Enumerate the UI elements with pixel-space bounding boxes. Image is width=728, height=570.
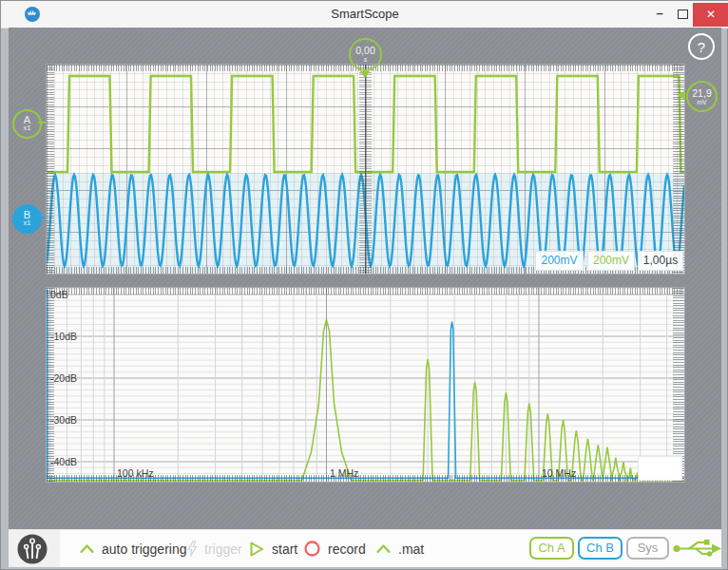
labnation-logo-icon <box>16 533 48 565</box>
trigger-time-unit: s <box>351 56 380 63</box>
fft-top-ruler <box>47 288 684 294</box>
channel-b-menu-button[interactable]: Ch B <box>578 537 623 560</box>
db-tick-30: -30dB <box>50 414 77 426</box>
start-label: start <box>272 542 297 557</box>
fft-blank-label-box <box>638 456 682 481</box>
channel-a-badge[interactable]: A x1 <box>12 109 42 139</box>
record-button[interactable]: record <box>303 530 366 567</box>
minimize-button[interactable]: – <box>649 3 670 26</box>
db-tick-0: 0dB <box>50 289 68 300</box>
channel-a-volts-per-div-label[interactable]: 200mV <box>587 251 635 271</box>
close-button[interactable]: ✕ <box>693 3 728 27</box>
auto-triggering-button[interactable]: auto triggering <box>79 530 187 567</box>
channel-b-badge[interactable]: B x1 <box>12 204 42 234</box>
trigger-time-pointer <box>360 71 370 78</box>
titlebar: SmartScope – ✕ <box>1 1 728 28</box>
fft-right-ruler <box>673 288 684 482</box>
freq-tick-10mhz: 10 MHz <box>542 467 576 479</box>
freq-tick-100khz: 100 kHz <box>117 467 154 479</box>
window-title: SmartScope <box>1 7 728 21</box>
record-label: record <box>328 542 366 557</box>
chevron-up-icon <box>79 543 95 554</box>
maximize-button[interactable] <box>672 3 693 26</box>
trigger-time-value: 0,00 <box>351 46 380 56</box>
channel-b-volts-per-div-label[interactable]: 200mV <box>535 251 584 271</box>
play-icon <box>248 541 265 558</box>
trigger-level-badge[interactable]: 21,9 mV <box>686 81 718 112</box>
channel-a-multiplier: x1 <box>14 124 40 132</box>
fft-left-ruler <box>47 288 54 482</box>
mat-export-button[interactable]: .mat <box>375 530 424 567</box>
trigger-level-unit: mV <box>688 99 716 105</box>
help-button[interactable]: ? <box>688 33 715 60</box>
mat-label: .mat <box>398 542 424 557</box>
system-menu-button[interactable]: Sys <box>626 537 669 560</box>
trigger-level-pointer <box>678 90 685 100</box>
freq-tick-1mhz: 1 MHz <box>330 467 358 479</box>
channel-a-badge-tail <box>38 122 46 124</box>
channel-b-multiplier: x1 <box>14 219 40 227</box>
spectrum-traces <box>47 288 684 482</box>
trigger-button[interactable]: trigger <box>187 530 242 567</box>
maximize-icon <box>678 10 688 19</box>
usb-status-icon[interactable] <box>672 537 723 560</box>
trigger-time-badge[interactable]: 0,00 s <box>349 38 382 71</box>
auto-triggering-label: auto triggering <box>102 542 187 557</box>
channel-a-menu-button[interactable]: Ch A <box>529 537 574 560</box>
oscilloscope-panel[interactable]: 200mV 200mV 1,00µs <box>46 64 685 275</box>
chevron-up-icon <box>375 543 392 554</box>
scope-left-ruler <box>47 65 54 274</box>
time-per-div-label[interactable]: 1,00µs <box>638 251 683 271</box>
db-tick-10: -10dB <box>50 331 77 342</box>
spectrum-panel[interactable]: 0dB -10dB -20dB -30dB -40dB 100 kHz 1 MH… <box>46 287 685 483</box>
lightning-icon <box>187 541 198 557</box>
db-tick-20: -20dB <box>50 372 77 384</box>
channel-b-badge-tail <box>38 217 46 218</box>
record-icon <box>303 540 321 558</box>
menu-logo-button[interactable] <box>9 530 60 567</box>
toolbar: auto triggering trigger start record .ma <box>9 529 721 567</box>
trigger-level-value: 21,9 <box>688 88 716 99</box>
scope-center-ruler <box>359 65 372 274</box>
app-window: SmartScope – ✕ 200mV 200mV 1,00µs 0dB -1… <box>0 0 728 570</box>
db-tick-40: -40dB <box>50 456 77 467</box>
trigger-label: trigger <box>204 542 242 557</box>
start-button[interactable]: start <box>248 530 297 567</box>
